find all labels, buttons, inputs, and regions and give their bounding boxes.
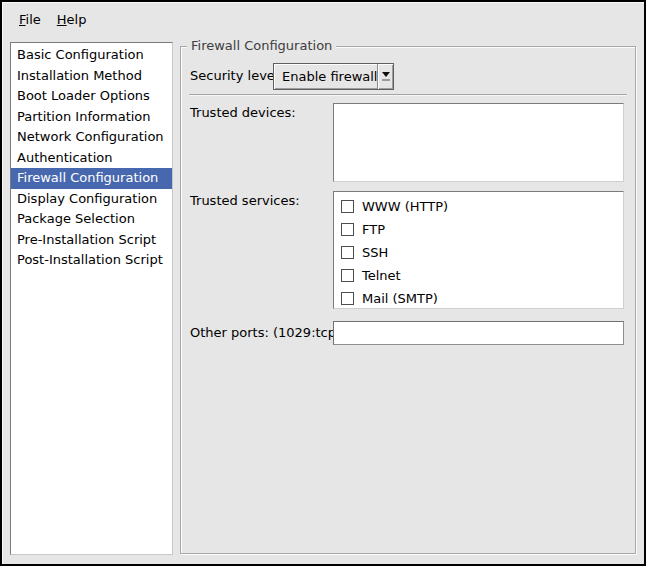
service-option-label: Mail (SMTP): [362, 291, 438, 306]
security-level-dropdown[interactable]: Enable firewall: [273, 63, 394, 90]
sidebar-item-partition-information[interactable]: Partition Information: [11, 107, 172, 128]
sidebar-item-network-configuration[interactable]: Network Configuration: [11, 127, 172, 148]
service-option-label: Telnet: [362, 268, 401, 283]
sidebar-item-authentication[interactable]: Authentication: [11, 148, 172, 169]
service-option-mail-smtp[interactable]: Mail (SMTP): [334, 287, 623, 309]
checkbox-icon[interactable]: [341, 223, 354, 236]
trusted-devices-label: Trusted devices:: [190, 105, 296, 120]
horizontal-separator: [189, 94, 627, 96]
trusted-services-list: WWW (HTTP) FTP SSH Telnet Mail (SMTP): [333, 191, 624, 309]
frame-title: Firewall Configuration: [187, 38, 336, 53]
checkbox-icon[interactable]: [341, 200, 354, 213]
service-option-label: SSH: [362, 245, 388, 260]
checkbox-icon[interactable]: [341, 246, 354, 259]
sidebar-item-firewall-configuration[interactable]: Firewall Configuration: [11, 168, 172, 189]
sidebar-item-installation-method[interactable]: Installation Method: [11, 66, 172, 87]
security-level-label: Security level:: [190, 68, 283, 83]
sidebar-item-package-selection[interactable]: Package Selection: [11, 209, 172, 230]
menu-file[interactable]: File: [11, 8, 49, 31]
sidebar-item-display-configuration[interactable]: Display Configuration: [11, 189, 172, 210]
menu-bar: File Help: [3, 3, 643, 35]
service-option-www-http[interactable]: WWW (HTTP): [334, 195, 623, 218]
other-ports-input[interactable]: [333, 321, 624, 345]
section-list: Basic Configuration Installation Method …: [10, 42, 173, 555]
checkbox-icon[interactable]: [341, 292, 354, 305]
service-option-telnet[interactable]: Telnet: [334, 264, 623, 287]
service-option-ftp[interactable]: FTP: [334, 218, 623, 241]
other-ports-label: Other ports: (1029:tcp): [190, 325, 341, 340]
trusted-devices-list[interactable]: [333, 103, 624, 182]
sidebar-item-pre-installation-script[interactable]: Pre-Installation Script: [11, 230, 172, 251]
chevron-down-icon: [377, 64, 393, 89]
menu-help[interactable]: Help: [49, 8, 95, 31]
service-option-ssh[interactable]: SSH: [334, 241, 623, 264]
sidebar-item-boot-loader-options[interactable]: Boot Loader Options: [11, 86, 172, 107]
service-option-label: FTP: [362, 222, 385, 237]
firewall-configuration-frame: Firewall Configuration Security level: E…: [180, 46, 636, 554]
sidebar-item-basic-configuration[interactable]: Basic Configuration: [11, 45, 172, 66]
service-option-label: WWW (HTTP): [362, 199, 448, 214]
checkbox-icon[interactable]: [341, 269, 354, 282]
menu-help-label: Help: [57, 12, 87, 27]
trusted-services-label: Trusted services:: [190, 193, 300, 208]
kickstart-configurator-window: File Help Basic Configuration Installati…: [0, 0, 646, 566]
menu-file-label: File: [19, 12, 41, 27]
sidebar-item-post-installation-script[interactable]: Post-Installation Script: [11, 250, 172, 271]
security-level-value: Enable firewall: [274, 64, 377, 89]
